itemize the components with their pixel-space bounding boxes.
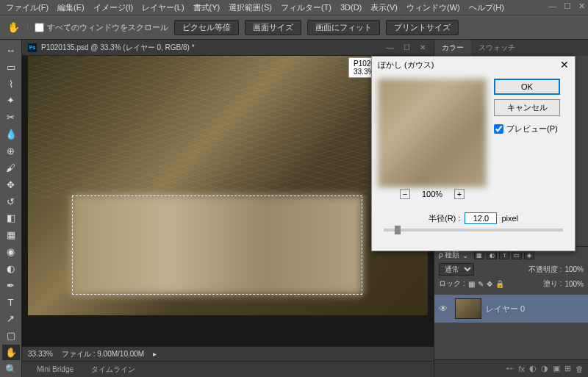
filter-shape-icon[interactable]: ▭: [512, 251, 522, 259]
tab-color[interactable]: カラー: [434, 40, 471, 56]
blur-tool[interactable]: ◉: [2, 244, 20, 259]
kind-dropdown-icon[interactable]: ⌄: [462, 251, 468, 259]
blur-preview[interactable]: [378, 79, 487, 187]
layer-thumbnail[interactable]: [455, 298, 481, 319]
document-window-controls[interactable]: — ☐ ✕: [385, 43, 428, 51]
kind-label: ρ 種類: [439, 250, 459, 260]
lock-transparent-icon[interactable]: ▦: [468, 280, 475, 288]
shape-tool[interactable]: ▢: [2, 328, 20, 343]
fit-screen-button[interactable]: 画面サイズ: [245, 20, 301, 35]
gradient-tool[interactable]: ▦: [2, 227, 20, 243]
layer-name[interactable]: レイヤー 0: [486, 304, 525, 315]
filter-type-icon[interactable]: T: [499, 251, 509, 259]
blur-selection-preview: [72, 195, 362, 295]
group-icon[interactable]: ▣: [553, 364, 560, 373]
stamp-tool[interactable]: ✥: [2, 177, 20, 193]
dodge-tool[interactable]: ◐: [2, 261, 20, 276]
menu-view[interactable]: 表示(V): [370, 2, 398, 13]
layer-row[interactable]: 👁 レイヤー 0: [434, 295, 588, 323]
menu-select[interactable]: 選択範囲(S): [229, 2, 272, 13]
doc-close-icon[interactable]: ✕: [417, 43, 428, 51]
radius-unit: pixel: [501, 214, 518, 223]
path-tool[interactable]: ↗: [2, 312, 20, 327]
menu-window[interactable]: ウィンドウ(W): [406, 2, 460, 13]
hand-tool-icon[interactable]: ✋: [6, 20, 21, 35]
lock-paint-icon[interactable]: ✎: [478, 280, 484, 288]
gaussian-blur-dialog[interactable]: ぼかし (ガウス) ✕ − 100% + OK キャンセル プレビュー(P) 半…: [371, 56, 576, 251]
bottom-panel-tabs: Mini Bridge タイムライン: [22, 361, 434, 377]
actual-pixels-button[interactable]: ピクセル等倍: [174, 20, 239, 35]
ok-button[interactable]: OK: [494, 79, 560, 95]
menu-filter[interactable]: フィルター(T): [281, 2, 331, 13]
move-tool[interactable]: ↔: [2, 43, 20, 58]
tab-swatches[interactable]: スウォッチ: [471, 40, 523, 56]
menubar: ファイル(F) 編集(E) イメージ(I) レイヤー(L) 書式(Y) 選択範囲…: [0, 0, 588, 15]
eyedropper-tool[interactable]: 💧: [2, 126, 20, 142]
zoom-level[interactable]: 33.33%: [28, 350, 53, 358]
eraser-tool[interactable]: ◧: [2, 210, 20, 226]
lock-move-icon[interactable]: ✥: [487, 280, 492, 288]
options-bar: ✋ | すべてのウィンドウをスクロール ピクセル等倍 画面サイズ 画面にフィット…: [0, 15, 588, 40]
tab-mini-bridge[interactable]: Mini Bridge: [28, 363, 82, 376]
filter-adjust-icon[interactable]: ◐: [487, 251, 497, 259]
wand-tool[interactable]: ✦: [2, 93, 20, 109]
opacity-value[interactable]: 100%: [564, 265, 584, 273]
history-tool[interactable]: ↺: [2, 194, 20, 209]
close-icon[interactable]: ✕: [578, 1, 585, 11]
lasso-tool[interactable]: ⌇: [2, 76, 20, 92]
heal-tool[interactable]: ⊕: [2, 143, 20, 159]
minimize-icon[interactable]: —: [548, 1, 556, 11]
hand-tool[interactable]: ✋: [2, 345, 20, 360]
slider-handle[interactable]: [395, 226, 401, 234]
menu-edit[interactable]: 編集(E): [57, 2, 85, 13]
filter-smart-icon[interactable]: ◈: [524, 251, 534, 259]
marquee-tool[interactable]: ▭: [2, 60, 20, 75]
radius-slider[interactable]: [384, 229, 563, 231]
adjustment-icon[interactable]: ◑: [541, 364, 548, 373]
scroll-all-input[interactable]: [35, 23, 44, 32]
doc-maximize-icon[interactable]: ☐: [401, 43, 412, 51]
app-window-controls[interactable]: — ☐ ✕: [548, 1, 585, 11]
layer-filter-icons[interactable]: ▦ ◐ T ▭ ◈: [474, 251, 534, 259]
status-chevron-icon[interactable]: ▸: [153, 350, 157, 358]
zoom-out-button[interactable]: −: [400, 189, 410, 199]
preview-checkbox-input[interactable]: [494, 124, 503, 134]
cancel-button[interactable]: キャンセル: [494, 99, 560, 116]
menu-image[interactable]: イメージ(I): [93, 2, 133, 13]
new-layer-icon[interactable]: ⊞: [564, 364, 571, 373]
preview-checkbox[interactable]: プレビュー(P): [494, 123, 560, 134]
color-panel-tabs: カラー スウォッチ: [434, 40, 588, 56]
print-size-button[interactable]: プリントサイズ: [386, 20, 459, 35]
document-tab[interactable]: Ps P1020135.psd @ 33.3% (レイヤー 0, RGB/8) …: [22, 40, 434, 56]
layers-panel: ρ 種類 ⌄ ▦ ◐ T ▭ ◈ 通常 不透明度 : 100%: [434, 246, 588, 377]
menu-type[interactable]: 書式(Y): [193, 2, 220, 13]
mask-icon[interactable]: ◐: [529, 364, 537, 373]
lock-all-icon[interactable]: 🔒: [495, 280, 504, 288]
doc-minimize-icon[interactable]: —: [385, 43, 395, 51]
menu-help[interactable]: ヘルプ(H): [469, 2, 504, 13]
document-title: P1020135.psd @ 33.3% (レイヤー 0, RGB/8) *: [41, 43, 195, 53]
brush-tool[interactable]: 🖌: [2, 160, 20, 176]
pen-tool[interactable]: ✒: [2, 278, 20, 293]
visibility-icon[interactable]: 👁: [439, 304, 451, 314]
dialog-close-icon[interactable]: ✕: [560, 59, 569, 71]
zoom-tool[interactable]: 🔍: [2, 362, 20, 377]
menu-layer[interactable]: レイヤー(L): [142, 2, 184, 13]
link-icon[interactable]: ⬴: [506, 365, 514, 373]
menu-file[interactable]: ファイル(F): [6, 2, 49, 13]
fit-on-button[interactable]: 画面にフィット: [307, 20, 380, 35]
fill-value[interactable]: 100%: [564, 280, 584, 288]
fx-icon[interactable]: fx: [518, 365, 525, 373]
radius-label: 半径(R) :: [429, 213, 460, 224]
scroll-all-checkbox[interactable]: すべてのウィンドウをスクロール: [35, 22, 168, 33]
radius-input[interactable]: [465, 212, 497, 224]
tab-timeline[interactable]: タイムライン: [82, 362, 144, 377]
crop-tool[interactable]: ✂: [2, 109, 20, 125]
maximize-icon[interactable]: ☐: [564, 1, 571, 11]
trash-icon[interactable]: 🗑: [576, 365, 584, 373]
menu-3d[interactable]: 3D(D): [340, 3, 362, 12]
filter-pixel-icon[interactable]: ▦: [474, 251, 484, 259]
type-tool[interactable]: T: [2, 295, 20, 310]
blend-mode-select[interactable]: 通常: [439, 263, 474, 276]
zoom-in-button[interactable]: +: [454, 189, 465, 199]
